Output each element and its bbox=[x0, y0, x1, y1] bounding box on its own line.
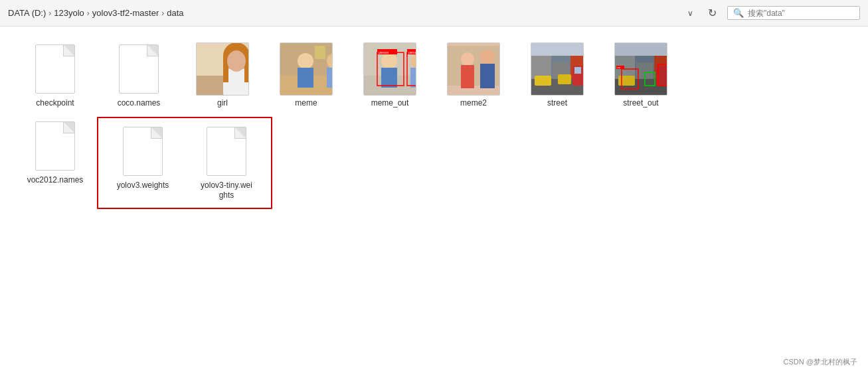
file-icon-meme-out: person person bbox=[363, 42, 416, 96]
svg-rect-55 bbox=[618, 76, 635, 86]
file-item-street-out[interactable]: car street_out bbox=[604, 40, 677, 111]
svg-point-29 bbox=[461, 52, 474, 66]
file-label-meme-out: meme_out bbox=[371, 98, 409, 109]
svg-rect-42 bbox=[535, 76, 551, 86]
file-row-1: checkpoint coco.names bbox=[13, 37, 855, 114]
file-item-meme2[interactable]: meme2 bbox=[437, 40, 510, 111]
file-icon-street bbox=[531, 42, 584, 96]
breadcrumb-data[interactable]: data bbox=[167, 8, 183, 18]
breadcrumb-sep-2: › bbox=[161, 9, 164, 18]
file-icon-meme bbox=[280, 42, 333, 96]
thumbnail-street-out: car bbox=[614, 42, 667, 96]
file-icon-coco-names bbox=[112, 42, 165, 96]
file-label-girl: girl bbox=[217, 98, 228, 109]
svg-rect-14 bbox=[315, 46, 325, 59]
doc-icon-voc2012 bbox=[35, 121, 75, 171]
file-label-street-out: street_out bbox=[623, 98, 658, 109]
breadcrumb-sep-0: › bbox=[48, 9, 51, 18]
breadcrumb[interactable]: DATA (D:) › 123yolo › yolov3-tf2-master … bbox=[8, 8, 673, 18]
file-label-meme2: meme2 bbox=[460, 98, 487, 109]
thumbnail-girl bbox=[196, 42, 249, 96]
thumbnail-meme2 bbox=[447, 42, 500, 96]
search-area[interactable]: 🔍 bbox=[727, 6, 860, 20]
street-svg bbox=[531, 42, 583, 96]
svg-point-31 bbox=[480, 50, 495, 64]
svg-point-7 bbox=[227, 50, 246, 72]
file-item-checkpoint[interactable]: checkpoint bbox=[19, 40, 92, 111]
svg-point-10 bbox=[298, 53, 313, 69]
file-label-checkpoint: checkpoint bbox=[36, 98, 74, 109]
svg-rect-40 bbox=[531, 42, 583, 56]
file-item-meme[interactable]: meme bbox=[270, 40, 343, 111]
file-icon-street-out: car bbox=[614, 42, 667, 96]
footer: CSDN @梦北村的枫子 bbox=[773, 353, 868, 371]
svg-rect-13 bbox=[327, 68, 332, 88]
doc-icon-coco bbox=[119, 44, 159, 94]
file-grid: checkpoint coco.names bbox=[0, 27, 868, 351]
search-icon: 🔍 bbox=[733, 8, 744, 18]
file-icon-checkpoint bbox=[29, 42, 82, 96]
refresh-button[interactable]: ↻ bbox=[703, 5, 722, 21]
svg-rect-30 bbox=[461, 65, 474, 88]
search-input[interactable] bbox=[748, 9, 841, 18]
meme-svg bbox=[280, 42, 332, 96]
street-out-svg: car bbox=[615, 42, 667, 96]
file-item-street[interactable]: street bbox=[521, 40, 594, 111]
file-label-yolov3-tiny-weights: yolov3-tiny.weights bbox=[201, 181, 252, 201]
file-icon-yolov3-weights bbox=[116, 125, 169, 178]
svg-rect-18 bbox=[381, 68, 397, 88]
svg-rect-43 bbox=[558, 74, 571, 84]
file-icon-voc2012 bbox=[29, 119, 82, 173]
file-label-street: street bbox=[547, 98, 567, 109]
girl-svg bbox=[197, 42, 248, 96]
address-bar: DATA (D:) › 123yolo › yolov3-tf2-master … bbox=[0, 0, 868, 27]
file-item-yolov3-tiny-weights[interactable]: yolov3-tiny.weights bbox=[190, 122, 263, 204]
selection-box: yolov3.weights yolov3-tiny.weights bbox=[97, 117, 272, 209]
file-icon-girl bbox=[196, 42, 249, 96]
svg-point-17 bbox=[381, 53, 397, 69]
file-item-coco-names[interactable]: coco.names bbox=[102, 40, 175, 111]
svg-rect-45 bbox=[574, 67, 581, 74]
doc-icon-yolov3-weights bbox=[123, 127, 163, 176]
svg-text:car: car bbox=[617, 66, 621, 69]
thumbnail-street bbox=[531, 42, 584, 96]
meme2-svg bbox=[448, 42, 499, 96]
svg-rect-32 bbox=[480, 64, 495, 88]
file-item-girl[interactable]: girl bbox=[186, 40, 259, 111]
dropdown-button[interactable]: ∨ bbox=[683, 7, 697, 19]
doc-icon bbox=[35, 44, 75, 94]
meme-out-svg: person person bbox=[364, 42, 416, 96]
file-icon-meme2 bbox=[447, 42, 500, 96]
svg-rect-53 bbox=[615, 42, 667, 56]
svg-text:person: person bbox=[408, 50, 416, 54]
svg-text:person: person bbox=[379, 50, 389, 54]
file-label-meme: meme bbox=[295, 98, 317, 109]
file-item-voc2012[interactable]: voc2012.names bbox=[19, 117, 92, 209]
file-label-coco-names: coco.names bbox=[118, 98, 161, 109]
file-row-2: voc2012.names yolov3.weights yolov3-tiny… bbox=[13, 114, 855, 212]
footer-credit: CSDN @梦北村的枫子 bbox=[784, 358, 857, 366]
breadcrumb-data-d[interactable]: DATA (D:) bbox=[8, 8, 46, 18]
thumbnail-meme bbox=[280, 42, 333, 96]
breadcrumb-123yolo[interactable]: 123yolo bbox=[54, 8, 84, 18]
svg-rect-11 bbox=[298, 68, 313, 88]
breadcrumb-yolov3[interactable]: yolov3-tf2-master bbox=[92, 8, 159, 18]
file-label-yolov3-weights: yolov3.weights bbox=[117, 181, 169, 191]
svg-rect-20 bbox=[410, 68, 416, 88]
thumbnail-meme-out: person person bbox=[363, 42, 416, 96]
file-icon-yolov3-tiny-weights bbox=[200, 125, 253, 178]
file-item-meme-out[interactable]: person person meme_out bbox=[353, 40, 426, 111]
file-label-voc2012: voc2012.names bbox=[27, 175, 84, 186]
file-item-yolov3-weights[interactable]: yolov3.weights bbox=[106, 122, 179, 194]
doc-icon-yolov3-tiny-weights bbox=[207, 127, 246, 176]
breadcrumb-sep-1: › bbox=[87, 9, 90, 18]
